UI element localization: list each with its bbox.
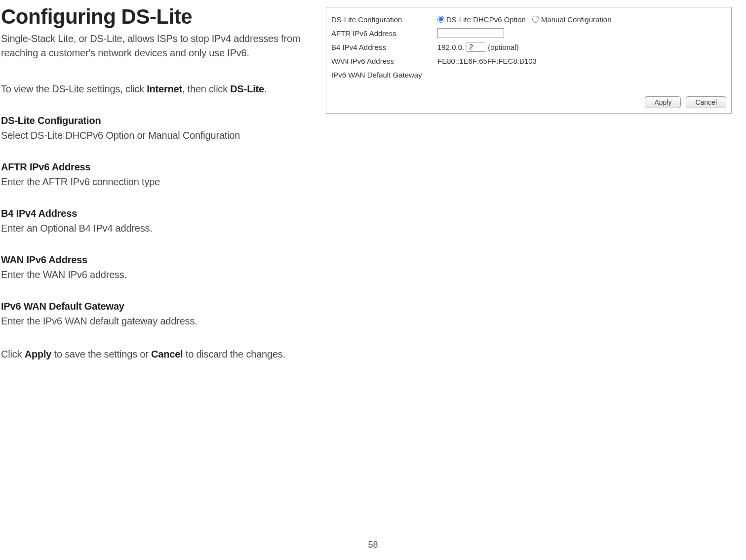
text: , then click <box>182 83 230 94</box>
text: to discard the changes. <box>183 349 285 360</box>
b4-prefix: 192.0.0. <box>437 43 464 51</box>
dslite-settings-panel: DS-Lite Configuration DS-Lite DHCPv6 Opt… <box>326 7 732 114</box>
radio-dhcpv6-option[interactable]: DS-Lite DHCPv6 Option <box>437 15 526 24</box>
body-wan-ipv6: Enter the WAN IPv6 address. <box>1 268 316 282</box>
ds-lite-bold: DS-Lite <box>230 83 264 94</box>
body-dslite-config: Select DS-Lite DHCPv6 Option or Manual C… <box>1 128 316 143</box>
radio-manual-label: Manual Configuration <box>541 15 612 24</box>
apply-button[interactable]: Apply <box>645 96 681 108</box>
page-number: 58 <box>0 540 746 550</box>
body-b4: Enter an Optional B4 IPv4 address. <box>1 221 316 236</box>
heading-dslite-config: DS-Lite Configuration <box>1 115 316 126</box>
cancel-button[interactable]: Cancel <box>686 96 726 108</box>
apply-bold: Apply <box>25 349 52 360</box>
row-b4-ipv4: B4 IPv4 Address 192.0.0. (optional) <box>331 40 726 54</box>
label-wan-ipv6: WAN IPv6 Address <box>331 57 437 65</box>
cancel-bold: Cancel <box>151 349 183 360</box>
radio-manual-config[interactable]: Manual Configuration <box>532 15 612 24</box>
wan-ipv6-value: FE80::1E6F:65FF:FEC8:B103 <box>437 57 726 65</box>
panel-footer: Apply Cancel <box>326 93 731 113</box>
nav-instruction: To view the DS-Lite settings, click Inte… <box>1 82 316 96</box>
b4-ipv4-input[interactable] <box>467 42 485 52</box>
internet-bold: Internet <box>147 83 182 94</box>
row-dslite-configuration: DS-Lite Configuration DS-Lite DHCPv6 Opt… <box>331 12 726 26</box>
intro-text: Single-Stack Lite, or DS-Lite, allows IS… <box>1 32 316 60</box>
heading-aftr: AFTR IPv6 Address <box>1 161 316 173</box>
page-title: Configuring DS-Lite <box>1 5 316 29</box>
row-wan-ipv6: WAN IPv6 Address FE80::1E6F:65FF:FEC8:B1… <box>331 54 726 68</box>
heading-ipv6-gw: IPv6 WAN Default Gateway <box>1 301 316 312</box>
body-aftr: Enter the AFTR IPv6 connection type <box>1 175 316 189</box>
aftr-ipv6-input[interactable] <box>437 28 504 38</box>
label-aftr: AFTR IPv6 Address <box>331 29 437 38</box>
label-b4: B4 IPv4 Address <box>331 43 437 51</box>
text: to save the settings or <box>51 349 151 360</box>
row-ipv6-wan-gateway: IPv6 WAN Default Gateway <box>331 68 726 81</box>
text: To view the DS-Lite settings, click <box>1 83 147 94</box>
label-dslite-config: DS-Lite Configuration <box>331 15 437 24</box>
label-ipv6-gateway: IPv6 WAN Default Gateway <box>331 71 437 79</box>
row-aftr-ipv6: AFTR IPv6 Address <box>331 26 726 40</box>
text: Click <box>1 349 25 360</box>
radio-manual-input[interactable] <box>532 16 539 23</box>
footer-instruction: Click Apply to save the settings or Canc… <box>1 347 316 361</box>
text: . <box>264 83 267 94</box>
b4-optional-text: (optional) <box>488 43 519 51</box>
radio-dhcpv6-label: DS-Lite DHCPv6 Option <box>446 15 526 24</box>
heading-b4: B4 IPv4 Address <box>1 208 316 219</box>
radio-dhcpv6-input[interactable] <box>437 16 444 23</box>
heading-wan-ipv6: WAN IPv6 Address <box>1 254 316 266</box>
body-ipv6-gw: Enter the IPv6 WAN default gateway addre… <box>1 314 316 328</box>
documentation-column: Configuring DS-Lite Single-Stack Lite, o… <box>0 5 316 361</box>
